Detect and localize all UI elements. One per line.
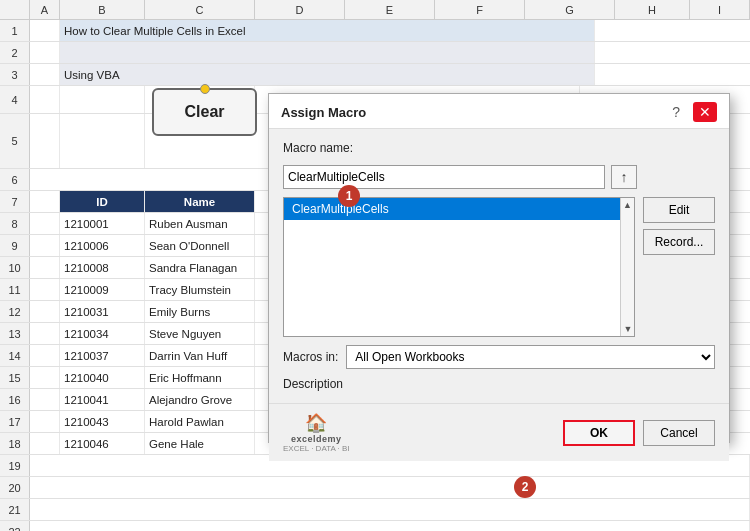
- row-num-16: 16: [0, 389, 30, 410]
- row-num-7: 7: [0, 191, 30, 212]
- cell-name-16: Alejandro Grove: [145, 389, 255, 410]
- cell-id-9: 1210006: [60, 235, 145, 256]
- cell-name-8: Ruben Ausman: [145, 213, 255, 234]
- cell-id-13: 1210034: [60, 323, 145, 344]
- cell-a1: [30, 20, 60, 41]
- macros-in-row: Macros in: All Open Workbooks: [283, 345, 715, 369]
- cell-b4: [60, 86, 145, 113]
- row-3: 3 Using VBA: [0, 64, 750, 86]
- row-num-11: 11: [0, 279, 30, 300]
- macro-list-container: ClearMultipleCells ▲ ▼ Edit Record...: [283, 197, 715, 337]
- close-button[interactable]: ✕: [693, 102, 717, 122]
- cell-name-10: Sandra Flanagan: [145, 257, 255, 278]
- row-num-2: 2: [0, 42, 30, 63]
- row-22: 22: [0, 521, 750, 531]
- cell-a4: [30, 86, 60, 113]
- cell-a8: [30, 213, 60, 234]
- macro-buttons: Edit Record...: [643, 197, 715, 337]
- cell-id-12: 1210031: [60, 301, 145, 322]
- assign-macro-dialog: Assign Macro ? ✕ Macro name: ↑ ClearMult…: [268, 93, 730, 443]
- record-button[interactable]: Record...: [643, 229, 715, 255]
- dialog-body: Macro name: ↑ ClearMultipleCells ▲ ▼ Edi…: [269, 129, 729, 403]
- ok-button[interactable]: OK: [563, 420, 635, 446]
- cancel-button[interactable]: Cancel: [643, 420, 715, 446]
- row-num-12: 12: [0, 301, 30, 322]
- cell-id-18: 1210046: [60, 433, 145, 454]
- help-button[interactable]: ?: [667, 102, 685, 122]
- row-1: 1 How to Clear Multiple Cells in Excel: [0, 20, 750, 42]
- row-num-17: 17: [0, 411, 30, 432]
- cell-id-15: 1210040: [60, 367, 145, 388]
- cell-a2: [30, 42, 60, 63]
- macro-list-item[interactable]: ClearMultipleCells: [284, 198, 634, 220]
- cell-id-11: 1210009: [60, 279, 145, 300]
- description-label: Description: [283, 377, 715, 391]
- cell-b5: [60, 114, 145, 168]
- dialog-titlebar: Assign Macro ? ✕: [269, 94, 729, 129]
- cell-id-10: 1210008: [60, 257, 145, 278]
- cell-id-14: 1210037: [60, 345, 145, 366]
- macro-input-arrow[interactable]: ↑: [611, 165, 637, 189]
- row-num-3: 3: [0, 64, 30, 85]
- logo-icon: 🏠: [305, 412, 327, 434]
- macro-name-input[interactable]: [283, 165, 605, 189]
- clear-button-label: Clear: [184, 103, 224, 121]
- cell-name-13: Steve Nguyen: [145, 323, 255, 344]
- corner-cell: [0, 0, 30, 19]
- cell-a3: [30, 64, 60, 85]
- row-num-1: 1: [0, 20, 30, 41]
- cell-name-15: Eric Hoffmann: [145, 367, 255, 388]
- col-header-id: ID: [60, 191, 145, 212]
- clear-button[interactable]: Clear: [152, 88, 257, 136]
- col-header-d: D: [255, 0, 345, 19]
- cell-id-16: 1210041: [60, 389, 145, 410]
- cell-a5: [30, 114, 60, 168]
- row-num-13: 13: [0, 323, 30, 344]
- cell-id-8: 1210001: [60, 213, 145, 234]
- macro-name-label: Macro name:: [283, 141, 715, 155]
- row-2: 2: [0, 42, 750, 64]
- macros-in-label: Macros in:: [283, 350, 338, 364]
- cell-name-14: Darrin Van Huff: [145, 345, 255, 366]
- cell-a7: [30, 191, 60, 212]
- cell-title: How to Clear Multiple Cells in Excel: [60, 20, 595, 41]
- col-header-a: A: [30, 0, 60, 19]
- row-num-15: 15: [0, 367, 30, 388]
- cell-subtitle: Using VBA: [60, 64, 595, 85]
- footer-logo: 🏠 exceldemy EXCEL · DATA · BI: [283, 412, 350, 453]
- cell-name-11: Tracy Blumstein: [145, 279, 255, 300]
- col-header-b: B: [60, 0, 145, 19]
- row-num-8: 8: [0, 213, 30, 234]
- col-header-e: E: [345, 0, 435, 19]
- row-num-10: 10: [0, 257, 30, 278]
- scroll-down-arrow[interactable]: ▼: [621, 324, 635, 334]
- col-header-i: I: [690, 0, 750, 19]
- row-num-18: 18: [0, 433, 30, 454]
- col-header-name: Name: [145, 191, 255, 212]
- macros-in-select[interactable]: All Open Workbooks: [346, 345, 715, 369]
- row-20: 20: [0, 477, 750, 499]
- cell-name-17: Harold Pawlan: [145, 411, 255, 432]
- row-num-6: 6: [0, 169, 30, 190]
- row-21: 21: [0, 499, 750, 521]
- button-dot: [200, 84, 210, 94]
- col-header-g: G: [525, 0, 615, 19]
- column-headers: A B C D E F G H I: [0, 0, 750, 20]
- dialog-title-icons: ? ✕: [667, 102, 717, 122]
- row-num-4: 4: [0, 86, 30, 113]
- macro-list[interactable]: ClearMultipleCells ▲ ▼: [283, 197, 635, 337]
- footer-buttons: OK Cancel: [563, 420, 715, 446]
- cell-name-12: Emily Burns: [145, 301, 255, 322]
- cell-id-17: 1210043: [60, 411, 145, 432]
- dialog-footer: 🏠 exceldemy EXCEL · DATA · BI OK Cancel: [269, 403, 729, 461]
- badge-1: 1: [338, 185, 360, 207]
- logo-sub: EXCEL · DATA · BI: [283, 444, 350, 453]
- edit-button[interactable]: Edit: [643, 197, 715, 223]
- cell-b2: [60, 42, 595, 63]
- dialog-title: Assign Macro: [281, 105, 366, 120]
- col-header-h: H: [615, 0, 690, 19]
- col-header-c: C: [145, 0, 255, 19]
- logo-text: exceldemy: [291, 434, 342, 444]
- clear-button-container: Clear: [147, 84, 262, 139]
- scroll-up-arrow[interactable]: ▲: [621, 198, 634, 210]
